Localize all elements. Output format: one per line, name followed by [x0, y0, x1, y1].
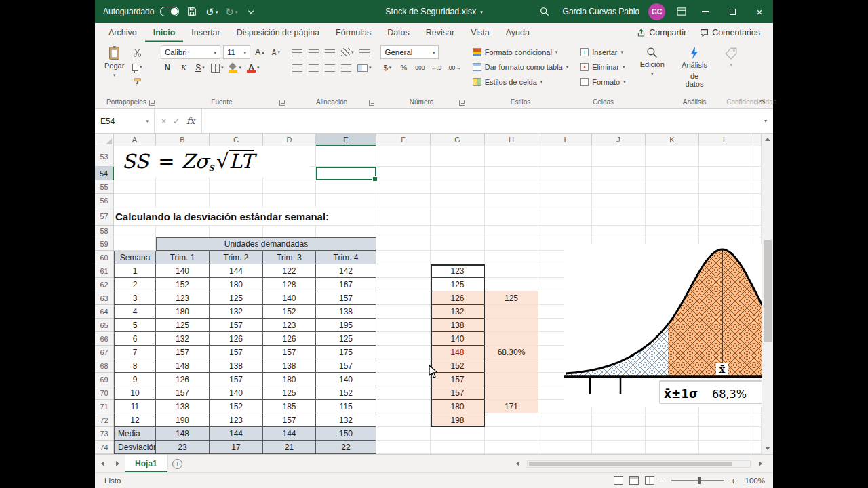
format-painter-button[interactable]	[130, 75, 144, 89]
cell-E61[interactable]: 142	[316, 264, 376, 278]
cell-L72[interactable]	[699, 413, 751, 427]
cell-H69[interactable]	[485, 373, 538, 386]
cell-C60[interactable]: Trim. 2	[210, 251, 263, 264]
cell-F58[interactable]	[376, 226, 431, 237]
font-color-button[interactable]: A▾	[245, 61, 261, 75]
cell-B71[interactable]: 138	[156, 400, 210, 413]
cell-B65[interactable]: 125	[156, 319, 210, 332]
column-header-A[interactable]: A	[114, 134, 156, 146]
name-box[interactable]: E54▾	[95, 109, 155, 133]
cell-C70[interactable]: 140	[210, 386, 263, 400]
row-header-59[interactable]: 59	[95, 237, 114, 251]
row-header-66[interactable]: 66	[95, 332, 114, 346]
cell-E53[interactable]	[316, 146, 376, 167]
cell-L56[interactable]	[699, 194, 751, 207]
cell-A69[interactable]: 9	[114, 373, 156, 386]
fill-color-button[interactable]: ▾	[227, 61, 243, 75]
cell-B72[interactable]: 198	[156, 413, 210, 427]
ribbon-tab-revisar[interactable]: Revisar	[418, 23, 462, 42]
cell-C56[interactable]	[210, 194, 263, 207]
cell-F66[interactable]	[376, 332, 431, 346]
cell-H72[interactable]	[485, 413, 538, 427]
cell-L54[interactable]	[699, 167, 751, 180]
scroll-right-button[interactable]	[753, 461, 768, 466]
cell-G67[interactable]: 148	[431, 346, 485, 359]
zoom-out-button[interactable]: −	[660, 476, 666, 485]
dialog-launcher-icon[interactable]	[149, 100, 155, 106]
select-all-corner[interactable]	[95, 134, 114, 146]
row-header-70[interactable]: 70	[95, 386, 114, 400]
row-header-68[interactable]: 68	[95, 359, 114, 373]
cell-B55[interactable]	[156, 180, 210, 194]
ribbon-tab-archivo[interactable]: Archivo	[100, 23, 145, 42]
cell-J58[interactable]	[592, 226, 646, 237]
cell-J53[interactable]	[592, 146, 646, 167]
cell-E68[interactable]: 157	[316, 359, 376, 373]
comma-format-button[interactable]: 000	[413, 61, 427, 75]
delete-cells-button[interactable]: ×Eliminar▾	[578, 60, 627, 74]
cell-H73[interactable]	[485, 427, 538, 441]
cell-G63[interactable]: 126	[431, 291, 485, 305]
cell-H70[interactable]	[485, 386, 538, 400]
cell-A55[interactable]	[114, 180, 156, 194]
view-page-layout-icon[interactable]	[629, 476, 639, 485]
ribbon-tab-vista[interactable]: Vista	[462, 23, 498, 42]
cell-D62[interactable]: 128	[263, 278, 316, 291]
align-left-button[interactable]	[291, 61, 304, 75]
view-page-break-icon[interactable]	[645, 476, 654, 485]
cell-F73[interactable]	[376, 427, 431, 441]
cell-E55[interactable]	[316, 180, 376, 194]
ribbon-tab-f-rmulas[interactable]: Fórmulas	[328, 23, 379, 42]
cell-A56[interactable]	[114, 194, 156, 207]
cell-D56[interactable]	[263, 194, 316, 207]
share-button[interactable]: Compartir	[631, 26, 692, 39]
cell-L73[interactable]	[699, 427, 751, 441]
cell-G56[interactable]	[431, 194, 485, 207]
cell-D72[interactable]: 157	[263, 413, 316, 427]
cell-J57[interactable]	[592, 207, 646, 226]
cell-K58[interactable]	[646, 226, 699, 237]
cell-K53[interactable]	[646, 146, 699, 167]
cell-A73[interactable]: Media	[114, 427, 156, 441]
cell-H59[interactable]	[485, 237, 538, 251]
cell-B63[interactable]: 123	[156, 291, 210, 305]
cell-E56[interactable]	[316, 194, 376, 207]
cell-D65[interactable]: 123	[263, 319, 316, 332]
cell-H57[interactable]	[485, 207, 538, 226]
align-right-button[interactable]	[323, 61, 337, 75]
cell-E66[interactable]: 125	[316, 332, 376, 346]
cell-A65[interactable]: 5	[114, 319, 156, 332]
decrease-decimal-button[interactable]: .00→	[446, 61, 462, 75]
cell-H68[interactable]	[485, 359, 538, 373]
cell-E74[interactable]: 22	[316, 441, 376, 454]
cell-D67[interactable]: 157	[263, 346, 316, 359]
cell-C71[interactable]: 152	[210, 400, 263, 413]
cell-F55[interactable]	[376, 180, 431, 194]
insert-cells-button[interactable]: +Insertar▾	[578, 45, 625, 59]
cell-E63[interactable]: 157	[316, 291, 376, 305]
cell-L53[interactable]	[699, 146, 751, 167]
cell-G71[interactable]: 180	[431, 400, 485, 413]
row-header-63[interactable]: 63	[95, 291, 114, 305]
cell-J55[interactable]	[592, 180, 646, 194]
cell-F70[interactable]	[376, 386, 431, 400]
horizontal-scroll-thumb[interactable]	[529, 462, 732, 466]
column-header-G[interactable]: G	[431, 134, 485, 146]
italic-button[interactable]: K	[177, 61, 191, 75]
cell-C58[interactable]	[210, 226, 263, 237]
cell-E60[interactable]: Trim. 4	[316, 251, 376, 264]
cell-G59[interactable]	[431, 237, 485, 251]
underline-button[interactable]: S▾	[193, 61, 207, 75]
comments-button[interactable]: Comentarios	[694, 26, 766, 39]
ribbon-display-options-button[interactable]	[671, 0, 692, 23]
cell-E65[interactable]: 195	[316, 319, 376, 332]
cell-J74[interactable]	[592, 441, 646, 454]
cell-H74[interactable]	[485, 441, 538, 454]
scroll-left-button[interactable]	[510, 461, 525, 466]
cancel-icon[interactable]: ×	[161, 117, 166, 126]
cell-C65[interactable]: 157	[210, 319, 263, 332]
confidentiality-button[interactable]: ▾	[720, 45, 742, 69]
align-bottom-button[interactable]	[323, 45, 337, 59]
column-header-H[interactable]: H	[485, 134, 538, 146]
cell-A61[interactable]: 1	[114, 264, 156, 278]
